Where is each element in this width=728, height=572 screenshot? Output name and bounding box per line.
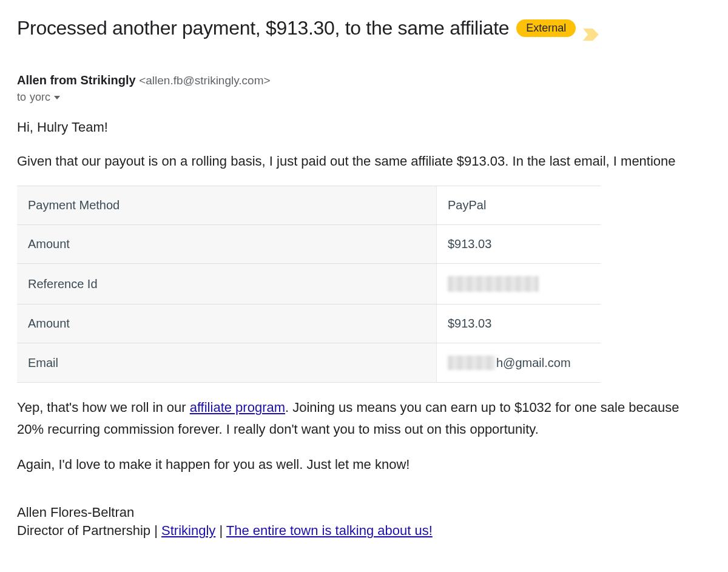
strikingly-link[interactable]: Strikingly (161, 523, 215, 538)
cell-value: $913.03 (437, 225, 601, 263)
intro-paragraph: Given that our payout is on a rolling ba… (17, 152, 728, 170)
payment-table: Payment Method PayPal Amount $913.03 Ref… (17, 186, 601, 383)
sig-sep: | (150, 523, 161, 538)
greeting: Hi, Hulry Team! (17, 118, 728, 136)
cell-label: Payment Method (17, 186, 437, 224)
table-row: Amount $913.03 (17, 225, 601, 264)
sender-email: <allen.fb@strikingly.com> (139, 74, 270, 87)
signature-block: Allen Flores-Beltran Director of Partner… (17, 503, 728, 539)
signature-title-line: Director of Partnership | Strikingly | T… (17, 522, 728, 540)
affiliate-program-link[interactable]: affiliate program (190, 400, 285, 415)
table-row: Reference Id (17, 264, 601, 305)
cell-label: Amount (17, 225, 437, 263)
chevron-down-icon[interactable] (54, 96, 60, 99)
p2-part-a: Yep, that's how we roll in our (17, 400, 190, 415)
sender-name: Allen from Strikingly (17, 73, 136, 87)
recipient-name: yorc (30, 91, 50, 104)
cell-label: Reference Id (17, 264, 437, 304)
sender-line: Allen from Strikingly <allen.fb@striking… (17, 73, 728, 87)
email-suffix: h@gmail.com (496, 356, 571, 370)
paragraph-3: Again, I'd love to make it happen for yo… (17, 456, 728, 474)
table-row: Amount $913.03 (17, 305, 601, 343)
paragraph-2: Yep, that's how we roll in our affiliate… (17, 399, 728, 438)
svg-marker-0 (583, 29, 599, 41)
cell-value: h@gmail.com (437, 343, 601, 382)
p2-part-c: 20% recurring commission forever. I real… (17, 420, 728, 439)
cell-label: Amount (17, 305, 437, 343)
signature-name: Allen Flores-Beltran (17, 503, 728, 522)
cell-value: $913.03 (437, 305, 601, 343)
p2-part-b: . Joining us means you can earn up to $1… (285, 400, 679, 415)
press-link[interactable]: The entire town is talking about us! (226, 523, 433, 538)
to-prefix: to (17, 91, 26, 104)
cell-value: PayPal (437, 186, 601, 224)
recipient-line[interactable]: to yorc (17, 91, 728, 104)
redacted-reference (448, 276, 539, 292)
subject-line: Processed another payment, $913.30, to t… (17, 17, 728, 39)
email-subject: Processed another payment, $913.30, to t… (17, 17, 509, 39)
redacted-email-prefix (448, 355, 495, 370)
sig-sep-2: | (215, 523, 226, 538)
table-row: Payment Method PayPal (17, 186, 601, 225)
signature-title: Director of Partnership (17, 523, 150, 538)
external-badge: External (516, 19, 576, 37)
table-row: Email h@gmail.com (17, 343, 601, 383)
cell-label: Email (17, 343, 437, 382)
cell-value (437, 264, 601, 304)
